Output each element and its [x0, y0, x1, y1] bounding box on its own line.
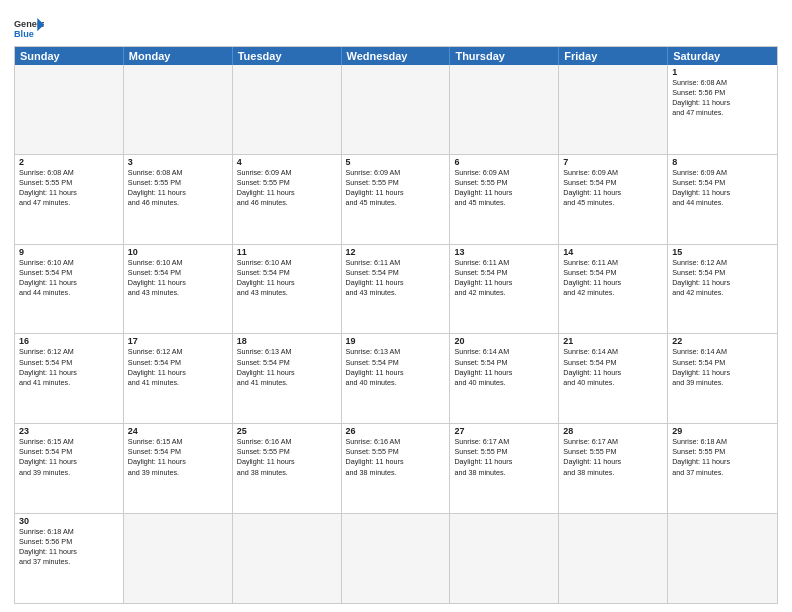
- calendar-cell: [342, 65, 451, 154]
- calendar-cell: 12Sunrise: 6:11 AM Sunset: 5:54 PM Dayli…: [342, 245, 451, 334]
- day-number: 1: [672, 67, 773, 77]
- calendar-cell: [450, 65, 559, 154]
- day-number: 15: [672, 247, 773, 257]
- calendar-cell: 15Sunrise: 6:12 AM Sunset: 5:54 PM Dayli…: [668, 245, 777, 334]
- day-number: 19: [346, 336, 446, 346]
- calendar-row-3: 16Sunrise: 6:12 AM Sunset: 5:54 PM Dayli…: [15, 334, 777, 424]
- day-number: 17: [128, 336, 228, 346]
- calendar-row-5: 30Sunrise: 6:18 AM Sunset: 5:56 PM Dayli…: [15, 514, 777, 603]
- day-info: Sunrise: 6:09 AM Sunset: 5:54 PM Dayligh…: [672, 168, 773, 208]
- calendar-row-4: 23Sunrise: 6:15 AM Sunset: 5:54 PM Dayli…: [15, 424, 777, 514]
- day-number: 26: [346, 426, 446, 436]
- day-info: Sunrise: 6:09 AM Sunset: 5:55 PM Dayligh…: [454, 168, 554, 208]
- calendar-cell: 17Sunrise: 6:12 AM Sunset: 5:54 PM Dayli…: [124, 334, 233, 423]
- day-number: 23: [19, 426, 119, 436]
- calendar-row-0: 1Sunrise: 6:08 AM Sunset: 5:56 PM Daylig…: [15, 65, 777, 155]
- day-number: 27: [454, 426, 554, 436]
- calendar-cell: [15, 65, 124, 154]
- day-number: 9: [19, 247, 119, 257]
- day-number: 30: [19, 516, 119, 526]
- calendar-cell: [450, 514, 559, 603]
- day-number: 8: [672, 157, 773, 167]
- day-info: Sunrise: 6:10 AM Sunset: 5:54 PM Dayligh…: [237, 258, 337, 298]
- calendar-cell: 13Sunrise: 6:11 AM Sunset: 5:54 PM Dayli…: [450, 245, 559, 334]
- day-number: 11: [237, 247, 337, 257]
- calendar-cell: 23Sunrise: 6:15 AM Sunset: 5:54 PM Dayli…: [15, 424, 124, 513]
- calendar-body: 1Sunrise: 6:08 AM Sunset: 5:56 PM Daylig…: [15, 65, 777, 603]
- day-info: Sunrise: 6:11 AM Sunset: 5:54 PM Dayligh…: [346, 258, 446, 298]
- calendar-header-row: SundayMondayTuesdayWednesdayThursdayFrid…: [15, 47, 777, 65]
- day-info: Sunrise: 6:16 AM Sunset: 5:55 PM Dayligh…: [237, 437, 337, 477]
- day-info: Sunrise: 6:08 AM Sunset: 5:55 PM Dayligh…: [19, 168, 119, 208]
- header: General Blue: [14, 12, 778, 40]
- day-info: Sunrise: 6:16 AM Sunset: 5:55 PM Dayligh…: [346, 437, 446, 477]
- calendar-cell: 24Sunrise: 6:15 AM Sunset: 5:54 PM Dayli…: [124, 424, 233, 513]
- calendar-cell: 29Sunrise: 6:18 AM Sunset: 5:55 PM Dayli…: [668, 424, 777, 513]
- calendar-cell: 4Sunrise: 6:09 AM Sunset: 5:55 PM Daylig…: [233, 155, 342, 244]
- day-info: Sunrise: 6:08 AM Sunset: 5:56 PM Dayligh…: [672, 78, 773, 118]
- day-info: Sunrise: 6:14 AM Sunset: 5:54 PM Dayligh…: [454, 347, 554, 387]
- day-number: 14: [563, 247, 663, 257]
- day-number: 24: [128, 426, 228, 436]
- day-info: Sunrise: 6:10 AM Sunset: 5:54 PM Dayligh…: [128, 258, 228, 298]
- calendar-cell: [559, 514, 668, 603]
- day-number: 13: [454, 247, 554, 257]
- calendar-cell: 8Sunrise: 6:09 AM Sunset: 5:54 PM Daylig…: [668, 155, 777, 244]
- calendar-cell: [668, 514, 777, 603]
- day-info: Sunrise: 6:11 AM Sunset: 5:54 PM Dayligh…: [454, 258, 554, 298]
- day-info: Sunrise: 6:13 AM Sunset: 5:54 PM Dayligh…: [237, 347, 337, 387]
- day-number: 25: [237, 426, 337, 436]
- day-info: Sunrise: 6:08 AM Sunset: 5:55 PM Dayligh…: [128, 168, 228, 208]
- calendar-cell: 27Sunrise: 6:17 AM Sunset: 5:55 PM Dayli…: [450, 424, 559, 513]
- calendar-cell: 6Sunrise: 6:09 AM Sunset: 5:55 PM Daylig…: [450, 155, 559, 244]
- calendar-cell: 20Sunrise: 6:14 AM Sunset: 5:54 PM Dayli…: [450, 334, 559, 423]
- day-info: Sunrise: 6:10 AM Sunset: 5:54 PM Dayligh…: [19, 258, 119, 298]
- header-cell-thursday: Thursday: [450, 47, 559, 65]
- calendar-cell: [124, 65, 233, 154]
- day-info: Sunrise: 6:09 AM Sunset: 5:55 PM Dayligh…: [237, 168, 337, 208]
- day-info: Sunrise: 6:09 AM Sunset: 5:55 PM Dayligh…: [346, 168, 446, 208]
- header-cell-wednesday: Wednesday: [342, 47, 451, 65]
- day-info: Sunrise: 6:17 AM Sunset: 5:55 PM Dayligh…: [454, 437, 554, 477]
- day-number: 4: [237, 157, 337, 167]
- logo: General Blue: [14, 16, 44, 40]
- day-info: Sunrise: 6:18 AM Sunset: 5:56 PM Dayligh…: [19, 527, 119, 567]
- calendar-cell: 25Sunrise: 6:16 AM Sunset: 5:55 PM Dayli…: [233, 424, 342, 513]
- header-cell-sunday: Sunday: [15, 47, 124, 65]
- calendar-row-2: 9Sunrise: 6:10 AM Sunset: 5:54 PM Daylig…: [15, 245, 777, 335]
- day-number: 12: [346, 247, 446, 257]
- calendar-cell: 5Sunrise: 6:09 AM Sunset: 5:55 PM Daylig…: [342, 155, 451, 244]
- day-number: 21: [563, 336, 663, 346]
- calendar-cell: [559, 65, 668, 154]
- day-number: 5: [346, 157, 446, 167]
- day-info: Sunrise: 6:11 AM Sunset: 5:54 PM Dayligh…: [563, 258, 663, 298]
- header-cell-friday: Friday: [559, 47, 668, 65]
- day-number: 28: [563, 426, 663, 436]
- calendar-cell: 14Sunrise: 6:11 AM Sunset: 5:54 PM Dayli…: [559, 245, 668, 334]
- day-number: 29: [672, 426, 773, 436]
- day-info: Sunrise: 6:12 AM Sunset: 5:54 PM Dayligh…: [672, 258, 773, 298]
- day-info: Sunrise: 6:18 AM Sunset: 5:55 PM Dayligh…: [672, 437, 773, 477]
- calendar-cell: 18Sunrise: 6:13 AM Sunset: 5:54 PM Dayli…: [233, 334, 342, 423]
- day-info: Sunrise: 6:15 AM Sunset: 5:54 PM Dayligh…: [128, 437, 228, 477]
- calendar-cell: 16Sunrise: 6:12 AM Sunset: 5:54 PM Dayli…: [15, 334, 124, 423]
- calendar-cell: 10Sunrise: 6:10 AM Sunset: 5:54 PM Dayli…: [124, 245, 233, 334]
- day-number: 22: [672, 336, 773, 346]
- calendar-cell: 9Sunrise: 6:10 AM Sunset: 5:54 PM Daylig…: [15, 245, 124, 334]
- day-info: Sunrise: 6:12 AM Sunset: 5:54 PM Dayligh…: [128, 347, 228, 387]
- calendar: SundayMondayTuesdayWednesdayThursdayFrid…: [14, 46, 778, 604]
- day-info: Sunrise: 6:15 AM Sunset: 5:54 PM Dayligh…: [19, 437, 119, 477]
- header-cell-saturday: Saturday: [668, 47, 777, 65]
- day-number: 6: [454, 157, 554, 167]
- calendar-cell: 28Sunrise: 6:17 AM Sunset: 5:55 PM Dayli…: [559, 424, 668, 513]
- header-cell-monday: Monday: [124, 47, 233, 65]
- day-info: Sunrise: 6:09 AM Sunset: 5:54 PM Dayligh…: [563, 168, 663, 208]
- calendar-cell: 11Sunrise: 6:10 AM Sunset: 5:54 PM Dayli…: [233, 245, 342, 334]
- calendar-cell: [124, 514, 233, 603]
- day-info: Sunrise: 6:13 AM Sunset: 5:54 PM Dayligh…: [346, 347, 446, 387]
- calendar-cell: [342, 514, 451, 603]
- day-number: 16: [19, 336, 119, 346]
- logo-icon: General Blue: [14, 16, 44, 40]
- calendar-cell: 22Sunrise: 6:14 AM Sunset: 5:54 PM Dayli…: [668, 334, 777, 423]
- calendar-cell: 19Sunrise: 6:13 AM Sunset: 5:54 PM Dayli…: [342, 334, 451, 423]
